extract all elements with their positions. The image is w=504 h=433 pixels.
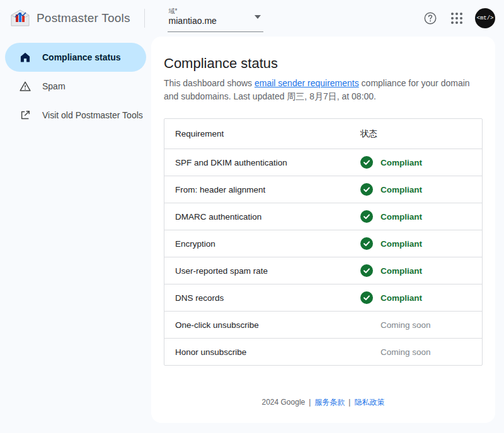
footer-separator: | (309, 398, 311, 407)
domain-selector-value: miantiao.me (169, 16, 217, 26)
sidebar-item-label: Compliance status (42, 52, 120, 62)
check-circle-icon (360, 183, 373, 196)
column-header-requirement: Requirement (164, 129, 360, 138)
apps-launcher-button[interactable] (449, 10, 465, 26)
chevron-down-icon (255, 15, 261, 19)
requirement-cell: DMARC authentication (164, 212, 360, 222)
email-sender-requirements-link[interactable]: email sender requirements (255, 78, 359, 88)
home-icon (19, 51, 32, 64)
status-cell: Compliant (360, 156, 482, 169)
table-row: DMARC authentication Compliant (164, 203, 482, 230)
privacy-policy-link[interactable]: 隐私政策 (354, 398, 384, 407)
terms-of-service-link[interactable]: 服务条款 (314, 398, 345, 407)
postmaster-tools-logo-icon (10, 9, 30, 27)
status-text: Coming soon (381, 347, 431, 357)
status-text: Coming soon (381, 320, 431, 330)
domain-selector[interactable]: 域* miantiao.me (168, 5, 263, 32)
table-row: One-click unsubscribe Coming soon (164, 311, 482, 338)
sidebar-item-visit-old-postmaster-tools[interactable]: Visit old Postmaster Tools (5, 101, 146, 130)
sidebar-item-compliance-status[interactable]: Compliance status (5, 43, 146, 72)
card-footer: 2024 Google|服务条款|隐私政策 (151, 397, 495, 408)
check-circle-icon (360, 156, 373, 169)
help-icon (423, 11, 437, 25)
status-text: Compliant (381, 293, 422, 303)
open-in-new-icon (19, 109, 32, 121)
table-body: SPF and DKIM authentication Compliant Fr… (164, 149, 482, 365)
status-cell: Compliant (360, 291, 482, 304)
account-avatar[interactable]: <mt/> (475, 8, 495, 28)
requirement-cell: User-reported spam rate (164, 266, 360, 276)
layout: Compliance status Spam Visit old Postmas… (0, 37, 504, 433)
domain-selector-label: 域* (169, 8, 262, 15)
status-cell: Coming soon (360, 318, 482, 331)
requirement-cell: One-click unsubscribe (164, 320, 360, 330)
warning-icon (19, 80, 32, 93)
status-text: Compliant (381, 212, 422, 222)
check-circle-icon (360, 264, 373, 277)
sidebar-item-spam[interactable]: Spam (5, 72, 146, 101)
table-row: Encryption Compliant (164, 230, 482, 257)
check-circle-icon (360, 237, 373, 250)
table-row: User-reported spam rate Compliant (164, 257, 482, 284)
status-text: Compliant (381, 239, 422, 249)
table-header-row: Requirement 状态 (164, 119, 482, 149)
status-cell: Compliant (360, 183, 482, 196)
page-description: This dashboard shows email sender requir… (164, 77, 483, 103)
status-cell: Compliant (360, 210, 482, 223)
table-row: DNS records Compliant (164, 284, 482, 311)
check-circle-icon (360, 210, 373, 223)
status-cell: Coming soon (360, 346, 482, 358)
topbar-actions: <mt/> (422, 8, 495, 28)
copyright-text: 2024 Google (262, 398, 306, 407)
help-button[interactable] (422, 10, 438, 26)
sidebar: Compliance status Spam Visit old Postmas… (0, 37, 151, 433)
requirement-cell: SPF and DKIM authentication (164, 158, 360, 167)
footer-separator: | (348, 398, 350, 407)
apps-grid-icon (451, 13, 462, 24)
table-row: SPF and DKIM authentication Compliant (164, 149, 482, 176)
sidebar-item-label: Visit old Postmaster Tools (42, 110, 143, 120)
top-bar: Postmaster Tools 域* miantiao.me <mt/> (0, 0, 504, 37)
description-prefix: This dashboard shows (164, 78, 255, 88)
requirement-cell: Honor unsubscribe (164, 347, 360, 357)
status-text: Compliant (381, 158, 422, 167)
status-text: Compliant (381, 185, 422, 194)
status-cell: Compliant (360, 237, 482, 250)
requirement-cell: From: header alignment (164, 185, 360, 194)
table-row: Honor unsubscribe Coming soon (164, 338, 482, 365)
page-title: Compliance status (164, 55, 483, 72)
column-header-status: 状态 (360, 128, 482, 140)
brand: Postmaster Tools (10, 9, 130, 27)
compliance-table: Requirement 状态 SPF and DKIM authenticati… (164, 118, 483, 366)
status-text: Compliant (381, 266, 422, 276)
divider (144, 9, 145, 28)
sidebar-item-label: Spam (42, 81, 66, 91)
main-content-card: Compliance status This dashboard shows e… (151, 37, 495, 423)
check-circle-icon (360, 291, 373, 304)
table-row: From: header alignment Compliant (164, 176, 482, 203)
app-title: Postmaster Tools (37, 11, 130, 25)
requirement-cell: DNS records (164, 293, 360, 303)
status-cell: Compliant (360, 264, 482, 277)
requirement-cell: Encryption (164, 239, 360, 249)
